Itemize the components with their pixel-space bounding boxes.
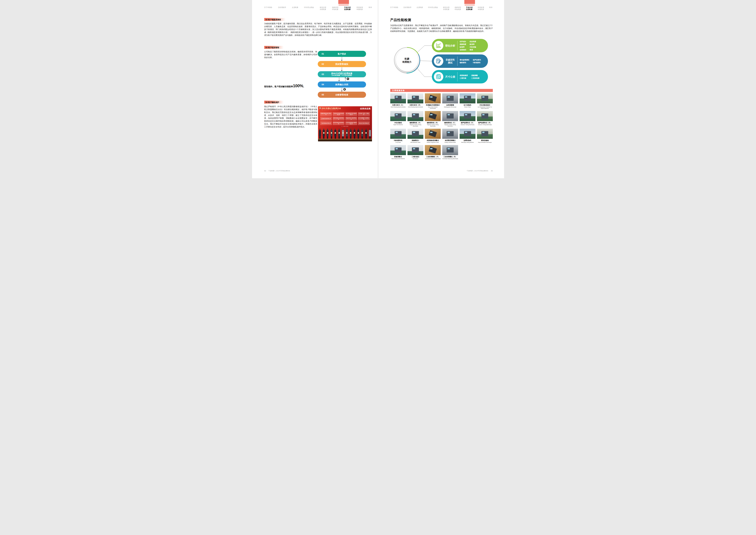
section-badge-04: 04 客户隐私保护 [264,101,284,103]
nav-tab[interactable]: 和谐发展 幸福乾豪 [357,6,363,10]
equipment-photo [477,111,493,121]
chapter-bookmark-icon [338,0,349,4]
page-title: 产品性能检测 [390,18,411,22]
equipment-grid: 光谱分析仪（A） Direct-Reading Spectrometer(A) … [390,93,493,159]
active-tab-marker [465,5,475,5]
equipment-name-zh: 显微硬度计 [408,140,423,141]
equipment-photo [390,93,406,103]
section-badge-02: 02 客户满意度调查 [264,18,285,21]
conference-title: 2024 年度合力供应商大会 [322,107,341,109]
nav-tab[interactable]: 规范治理 永续乾豪 [443,6,449,10]
conference-logo-icon [319,107,321,109]
flow-step-label: 客户投诉 [338,53,346,55]
flow-step-number: 04 [322,81,324,88]
stat-suffix: 。 [303,85,305,88]
center-label-line2: 检测能力 [402,60,412,63]
equipment-name-en: X-ray Tester [390,142,406,143]
equipment-name-zh: 磁粉探伤机（A） [408,122,423,124]
equipment-name-zh: 超声波探伤仪（B） [477,122,493,124]
flow-step-4: 04 效果确认/关闭 [318,81,366,88]
testing-capability-diagram: 乾豪 检测能力 理化分析 [378,39,504,86]
equipment-name-en: Direct-Reading Spectrometer(B) [408,106,423,108]
person-silhouette [357,129,360,139]
equipment-photo [477,129,493,139]
equipment-name-en: Ultrasonic Testing Machine(B) [477,124,493,126]
flow-yes-badge: 是 [343,88,346,91]
nav-tab[interactable]: 互促共进 品质乾豪 [466,6,472,10]
conference-subtitle: HELI SUPPLIER CONFERENCE 2024 [322,109,341,110]
supplier-name-grid: 安徽和鼎机电设备 有限公司宁波奉化华伟精密 铸造有限公司浙江海宏液压科技 股份有… [320,112,370,125]
supplier-name-box: 合肥长源液压 股份有限公司 [333,117,344,121]
equipment-name-en: Non-contact Infrared Thermometer [425,106,441,109]
group-items-col1: ·着色渗透测试 ·磁粉探伤 [459,58,470,64]
section-badge-03: 03 客户投诉管理 [264,46,284,49]
nav-tab[interactable]: 关于本报告 [390,6,398,8]
nav-tab[interactable]: ESG亮点绩效 [304,6,314,8]
supplier-name-box: 山东钢铁 股份有限公司 [320,117,332,121]
stat-prefix: 报告期内，客户投诉解决满意率 [264,85,293,88]
person-silhouette [361,129,363,139]
person-silhouette [350,129,352,139]
flow-step-5: 05 台账管理/结束 [318,92,366,98]
equipment-name-zh: 影像测量仪 [390,156,406,158]
equipment-card: 三维扫描仪 3D Scanner [408,145,423,159]
nav-tab[interactable]: 走进乾豪 [292,6,298,8]
equipment-card: 涂层厚度测量仪 Coating Thickness Meter [442,129,458,143]
supplier-name-box: 宁波管通机械 有限公司 [320,121,332,125]
nav-tab[interactable]: 走进乾豪 [417,6,423,8]
nav-tab[interactable]: 规范治理 永续乾豪 [320,6,326,10]
person-silhouette [330,129,333,139]
equipment-name-en: Magnetic Particle Testing Machine(A) [408,124,423,127]
nav-tab[interactable]: 附录 [369,6,372,8]
nav-tab[interactable]: 关于本报告 [264,6,272,8]
equipment-name-zh: 表面粗糙度测量仪 [425,140,441,141]
equipment-name-en: Salt Spray Testing Machine [460,142,475,143]
complaint-flowchart: 01 客户投诉 02 投诉受理/核实 03 按8D方式进行处理改善 【24小时内… [318,51,366,98]
toc-nav: 关于本报告总经理致辞走进乾豪ESG亮点绩效规范治理 永续乾豪低碳转型 绿色乾豪互… [264,6,372,10]
nav-tab[interactable]: 和谐发展 幸福乾豪 [478,6,484,10]
caliper-icon [434,72,443,81]
equipment-name-en: Impact Test Machine [390,124,406,126]
nav-tab[interactable]: 低碳转型 绿色乾豪 [332,6,338,10]
equipment-photo [460,129,475,139]
equipment-card: 超声波探伤仪（A） Ultrasonic Testing Machine(A) [460,111,475,127]
arrow-down-icon [342,67,342,70]
capability-group-dimensional: 尺寸公差 ·表面粗糙度 ·三维扫描 ·显微测量 ·三坐标检测 [432,70,488,83]
capability-group-ndt: 非破坏性 测试 ·着色渗透测试 ·磁粉探伤 ·超声波探伤 ·X射线探伤 [432,54,488,68]
supplier-name-box: 杭州东华链条 集团有限公司 [333,121,344,125]
nav-tab[interactable]: ESG亮点绩效 [428,6,438,8]
nav-tab[interactable]: 低碳转型 绿色乾豪 [455,6,461,10]
nav-tab[interactable]: 互促共进 品质乾豪 [344,6,351,10]
equipment-photo [442,111,458,121]
nav-tab[interactable]: 附录 [489,6,492,8]
capability-ring: 乾豪 检测能力 [394,47,420,73]
ranking-note: 注：排名不分先后 [318,126,372,127]
equipment-name-en: Low Temperature Chamber For Impact Speci… [477,106,493,109]
equipment-name-en: Coordinate Measuring Machine(B) [442,158,458,159]
group-items-col2: ·超声波探伤 ·X射线探伤 [472,58,481,64]
equipment-card: 熔深显微镜 Deep Penetration Microscope [477,129,493,143]
flow-step-sublabel: 【24小时内回复，7个工作日内处理】 [331,74,353,76]
nav-tab[interactable]: 总经理致辞 [278,6,286,8]
chapter-bookmark-icon [464,0,475,4]
footer-left: 43 宁波乾豪｜2024可持续发展报告 [264,170,290,172]
equipment-name-en: Microhardness Tester [408,142,423,143]
equipment-card: 超声波探伤仪（B） Ultrasonic Testing Machine(B) [477,111,493,127]
flow-step-2: 02 投诉受理/核实 [318,61,366,67]
equipment-card: 三坐标测量机（B） Coordinate Measuring Machine(B… [442,145,458,159]
flow-step-number: 02 [322,61,324,67]
equipment-photo [460,111,475,121]
nav-tab[interactable]: 总经理致辞 [403,6,412,8]
equipment-card: 磁粉探伤机（B） Magnetic Particle Testing Machi… [425,111,441,127]
equipment-section-header: 主要检测设备 [390,89,493,92]
stage-floor [318,139,372,141]
group-items-col1: ·化学成分 ·屈服强度 ·收缩率 ·金相组织 [459,40,466,51]
equipment-photo [477,93,493,103]
equipment-photo [425,145,441,155]
page-number: 44 [491,170,493,172]
supplier-name-box: 安徽和鼎机电设备 有限公司 [320,112,332,116]
equipment-name-en: Ultrasonic Testing Machine(A) [460,124,475,126]
equipment-name-zh: 三坐标测量机（A） [425,156,441,158]
equipment-name-en: Video Measurement Machine [390,158,406,159]
person-silhouette [338,129,340,139]
